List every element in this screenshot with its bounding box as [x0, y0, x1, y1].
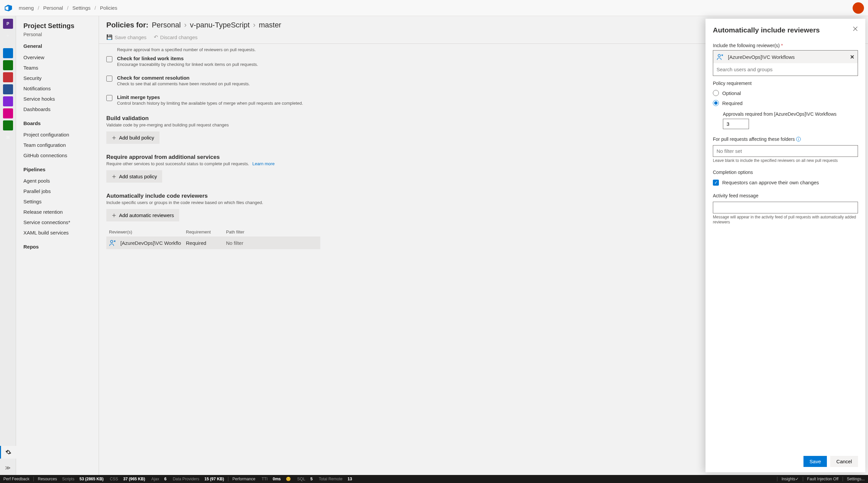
nav-item-parallel-jobs[interactable]: Parallel jobs: [23, 186, 99, 197]
breadcrumb-project[interactable]: Personal: [43, 5, 63, 11]
flyout-save-button[interactable]: Save: [803, 456, 827, 467]
resources-label[interactable]: Resources: [38, 477, 57, 481]
radio-optional[interactable]: Optional: [713, 90, 858, 96]
group-icon: [109, 239, 118, 246]
learn-more-link[interactable]: Learn more: [252, 161, 275, 166]
remove-reviewer-button[interactable]: ✕: [850, 54, 854, 60]
remote-value: 13: [348, 477, 352, 481]
left-icon-bar: P + ⌘ ≫: [0, 16, 16, 475]
nav-item-dashboards[interactable]: Dashboards: [23, 104, 99, 114]
status-bar: Perf Feedback Resources Scripts 53 (2865…: [0, 475, 868, 483]
reviewer-filter: No filter: [226, 240, 318, 246]
nav-item-agent-pools[interactable]: Agent pools: [23, 176, 99, 186]
plus-icon: [112, 174, 116, 179]
policies-crumb-branch[interactable]: master: [259, 21, 281, 29]
reviewer-table: Reviewer(s) Requirement Path filter [Azu…: [106, 228, 320, 249]
col-path-filter: Path filter: [226, 230, 318, 235]
selected-reviewer-label: [AzureDevOps]\VC Workflows: [728, 54, 795, 60]
fault-injection-link[interactable]: Fault Injection Off: [807, 477, 839, 481]
checkbox-comment-resolution[interactable]: [106, 76, 112, 82]
tti-value: 0ms: [273, 477, 281, 481]
nav-item-service-hooks[interactable]: Service hooks: [23, 94, 99, 104]
statusbar-settings-link[interactable]: Settings...: [847, 477, 865, 481]
add-auto-reviewers-button[interactable]: Add automatic reviewers: [106, 209, 179, 221]
reviewer-table-row[interactable]: [AzureDevOps]\VC Workflo Required No fil…: [106, 237, 320, 249]
policy-desc: Control branch history by limiting the a…: [117, 101, 303, 106]
add-status-policy-button[interactable]: Add status policy: [106, 170, 162, 183]
policy-title: Check for linked work items: [117, 56, 258, 61]
add-project-icon[interactable]: +: [3, 31, 13, 41]
approvals-count-input[interactable]: [723, 119, 749, 129]
nav-item-security[interactable]: Security: [23, 73, 99, 83]
nav-artifacts-icon[interactable]: [3, 109, 13, 118]
reviewer-picker: [AzureDevOps]\VC Workflows ✕: [713, 50, 858, 76]
info-icon[interactable]: i: [796, 137, 801, 142]
nav-item-notifications[interactable]: Notifications: [23, 83, 99, 94]
perf-feedback-link[interactable]: Perf Feedback: [3, 477, 29, 481]
nav-testplans-icon[interactable]: [3, 96, 13, 107]
col-requirement: Requirement: [186, 230, 226, 235]
discard-changes-label: Discard changes: [160, 34, 197, 40]
policy-title: Check for comment resolution: [117, 75, 250, 81]
breadcrumb-section[interactable]: Settings: [72, 5, 91, 11]
reviewer-name: [AzureDevOps]\VC Workflo: [120, 240, 181, 246]
nav-compliance-icon[interactable]: [3, 120, 13, 130]
reviewer-requirement: Required: [186, 240, 226, 246]
nav-item-service-connections[interactable]: Service connections*: [23, 217, 99, 228]
nav-pipelines-icon[interactable]: [3, 84, 13, 94]
sidepanel-section-general: General: [23, 43, 99, 49]
nav-item-team-config[interactable]: Team configuration: [23, 140, 99, 150]
nav-item-xaml[interactable]: XAML build services: [23, 228, 99, 238]
sidepanel-subtitle: Personal: [23, 32, 99, 37]
nav-item-release-retention[interactable]: Release retention: [23, 207, 99, 217]
group-icon: [716, 53, 725, 61]
nav-item-settings[interactable]: Settings: [23, 197, 99, 207]
reviewers-field-label: Include the following reviewer(s)*: [713, 43, 858, 48]
scripts-label: Scripts: [62, 477, 74, 481]
add-build-policy-button[interactable]: Add build policy: [106, 131, 159, 144]
sidepanel-section-pipelines: Pipelines: [23, 167, 99, 172]
auto-reviewers-flyout: Automatically include reviewers Include …: [706, 19, 865, 472]
nav-boards-icon[interactable]: [3, 60, 13, 70]
breadcrumb-page[interactable]: Policies: [100, 5, 117, 11]
svg-point-1: [718, 55, 720, 57]
discard-changes-button[interactable]: ↶ Discard changes: [154, 34, 197, 40]
performance-label[interactable]: Performance: [232, 477, 255, 481]
nav-item-github[interactable]: GitHub connections: [23, 150, 99, 160]
reviewer-search-input[interactable]: [713, 63, 858, 76]
top-bar: mseng / Personal / Settings / Policies: [0, 0, 868, 16]
scripts-value: 53 (2865 KB): [80, 477, 104, 481]
dataproviders-label: Data Providers: [173, 477, 199, 481]
chevron-right-icon: ›: [253, 21, 255, 29]
nav-other-icon[interactable]: ⌘: [3, 132, 13, 143]
insights-link[interactable]: Insights✓: [781, 477, 799, 481]
radio-required[interactable]: Required: [713, 100, 858, 106]
user-avatar[interactable]: [852, 2, 864, 14]
activity-feed-input[interactable]: [713, 202, 858, 213]
nav-item-teams[interactable]: Teams: [23, 63, 99, 73]
nav-repos-icon[interactable]: [3, 72, 13, 82]
add-build-policy-label: Add build policy: [119, 135, 154, 141]
policies-crumb-project[interactable]: Personal: [152, 21, 181, 29]
expand-leftbar-icon[interactable]: ≫: [5, 461, 11, 475]
nav-overview-icon[interactable]: [3, 48, 13, 58]
css-value: 37 (965 KB): [123, 477, 145, 481]
save-changes-button[interactable]: 💾 Save changes: [106, 34, 147, 40]
approvals-required-label: Approvals required from [AzureDevOps]\VC…: [723, 111, 858, 117]
folder-filter-input[interactable]: [713, 145, 858, 157]
flyout-cancel-button[interactable]: Cancel: [830, 456, 858, 467]
project-tile-icon[interactable]: P: [3, 19, 13, 29]
checkbox-linked-work-items[interactable]: [106, 56, 112, 62]
policies-crumb-repo[interactable]: v-panu-TypeScript: [190, 21, 250, 29]
requestors-approve-checkbox[interactable]: ✓ Requestors can approve their own chang…: [713, 180, 858, 186]
breadcrumb-org[interactable]: mseng: [19, 5, 34, 11]
plus-icon: [112, 135, 116, 140]
checkbox-limit-merge[interactable]: [106, 95, 112, 101]
completion-options-label: Completion options: [713, 170, 858, 175]
close-flyout-button[interactable]: [852, 26, 858, 31]
nav-item-overview[interactable]: Overview: [23, 52, 99, 63]
dataproviders-value: 15 (97 KB): [204, 477, 224, 481]
remote-label: Total Remote: [319, 477, 343, 481]
nav-item-project-config[interactable]: Project configuration: [23, 129, 99, 140]
settings-gear-icon[interactable]: [0, 446, 16, 459]
